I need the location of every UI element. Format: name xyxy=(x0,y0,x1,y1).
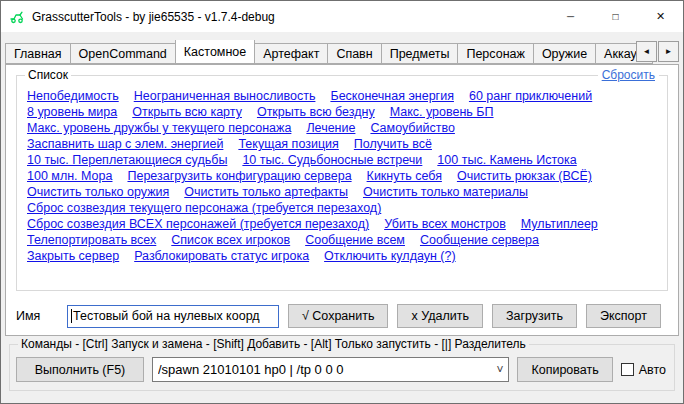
link-row: Сброс созвездия ВСЕХ персонажей (требует… xyxy=(27,215,657,231)
link-row: Очистить только оружияОчистить только ар… xyxy=(27,183,657,199)
list-link[interactable]: Очистить только материалы xyxy=(363,185,528,199)
tab-scroll-right-icon[interactable]: ► xyxy=(658,41,679,62)
link-row: 100 млн. МораПерезагрузить конфигурацию … xyxy=(27,167,657,183)
list-link[interactable]: Разблокировать статус игрока xyxy=(134,249,309,263)
list-link[interactable]: Открыть всю карту xyxy=(132,105,242,119)
export-button[interactable]: Экспорт xyxy=(586,304,661,328)
list-link[interactable]: 100 тыс. Камень Истока xyxy=(437,153,576,167)
name-label: Имя xyxy=(16,309,58,323)
tab-strip: ГлавнаяOpenCommandКастомноеАртефактСпавн… xyxy=(5,40,679,64)
list-link[interactable]: Заспавнить шар с элем. энергией xyxy=(27,137,223,151)
tab-спавн[interactable]: Спавн xyxy=(327,43,381,64)
window-title: GrasscutterTools - by jie65535 - v1.7.4-… xyxy=(32,10,275,24)
list-link[interactable]: Отключить кулдаун (?) xyxy=(324,249,456,263)
list-link[interactable]: Список всех игроков xyxy=(171,233,290,247)
name-row: Имя Тестовый бой на нулевых коорд √ Сохр… xyxy=(16,304,668,328)
list-link[interactable]: 10 тыс. Судьбоносные встречи xyxy=(242,153,422,167)
text-caret xyxy=(71,309,72,323)
list-group-title: Список xyxy=(25,68,71,82)
list-link[interactable]: Очистить только оружия xyxy=(27,185,169,199)
list-link[interactable]: 8 уровень мира xyxy=(27,105,117,119)
titlebar: GrasscutterTools - by jie65535 - v1.7.4-… xyxy=(1,1,683,32)
app-window: GrasscutterTools - by jie65535 - v1.7.4-… xyxy=(0,0,684,404)
list-link[interactable]: Убить всех монстров xyxy=(384,217,506,231)
reset-link[interactable]: Сбросить xyxy=(598,68,659,82)
tab-предметы[interactable]: Предметы xyxy=(381,43,459,64)
link-row: Сброс созвездия текущего персонажа (треб… xyxy=(27,199,657,215)
chevron-down-icon: ˅ xyxy=(496,363,503,377)
list-link[interactable]: Макс. уровень дружбы у текущего персонаж… xyxy=(27,121,291,135)
list-link[interactable]: Сообщение сервера xyxy=(420,233,539,247)
link-row: Телепортировать всехСписок всех игроковС… xyxy=(27,231,657,247)
list-link[interactable]: Сообщение всем xyxy=(305,233,405,247)
link-row: 10 тыс. Переплетающиеся судьбы10 тыс. Су… xyxy=(27,151,657,167)
name-input-value: Тестовый бой на нулевых коорд xyxy=(73,309,260,323)
list-link[interactable]: Текущая позиция xyxy=(238,137,338,151)
tab-scroll-buttons: ◄ ► xyxy=(636,41,679,62)
list-link[interactable]: Лечение xyxy=(306,121,355,135)
close-button[interactable]: ✕ xyxy=(638,1,683,32)
minimize-button[interactable]: ─ xyxy=(548,1,593,32)
link-row: Закрыть серверРазблокировать статус игро… xyxy=(27,247,657,263)
tab-opencommand[interactable]: OpenCommand xyxy=(70,43,176,64)
load-button[interactable]: Загрузить xyxy=(492,304,577,328)
list-link[interactable]: Неограниченная выносливость xyxy=(134,89,316,103)
tabs-container: ГлавнаяOpenCommandКастомноеАртефактСпавн… xyxy=(5,40,679,64)
list-link[interactable]: Мультиплеер xyxy=(521,217,598,231)
list-link[interactable]: Сброс созвездия текущего персонажа (треб… xyxy=(27,201,381,215)
copy-button[interactable]: Копировать xyxy=(517,357,612,382)
auto-checkbox[interactable] xyxy=(621,363,634,376)
link-row: НепобедимостьНеограниченная выносливость… xyxy=(27,87,657,103)
tab-page-custom: Список Сбросить НепобедимостьНеограничен… xyxy=(5,64,679,336)
list-link[interactable]: Получить всё xyxy=(354,137,432,151)
list-link[interactable]: Бесконечная энергия xyxy=(330,89,454,103)
auto-checkbox-group: Авто xyxy=(621,363,666,377)
tab-кастомное[interactable]: Кастомное xyxy=(175,40,255,64)
list-link[interactable]: Непобедимость xyxy=(27,89,119,103)
link-row: 8 уровень мираОткрыть всю картуОткрыть в… xyxy=(27,103,657,119)
list-link[interactable]: Кикнуть себя xyxy=(367,169,442,183)
link-row: Макс. уровень дружбы у текущего персонаж… xyxy=(27,119,657,135)
tab-главная[interactable]: Главная xyxy=(5,43,71,64)
window-controls: ─ □ ✕ xyxy=(548,1,683,32)
commands-groupbox: Команды - [Ctrl] Запуск и замена - [Shif… xyxy=(9,344,675,391)
list-link[interactable]: Очистить только артефакты xyxy=(184,185,348,199)
list-link[interactable]: Макс. уровень БП xyxy=(390,105,494,119)
list-link[interactable]: Самоубийство xyxy=(370,121,454,135)
tab-персонаж[interactable]: Персонаж xyxy=(457,43,533,64)
command-link-list: НепобедимостьНеограниченная выносливость… xyxy=(17,76,667,263)
list-link[interactable]: Очистить рюкзак (ВСЁ) xyxy=(457,169,592,183)
run-button[interactable]: Выполнить (F5) xyxy=(16,357,144,382)
list-link[interactable]: 10 тыс. Переплетающиеся судьбы xyxy=(27,153,227,167)
link-row: Заспавнить шар с элем. энергиейТекущая п… xyxy=(27,135,657,151)
list-link[interactable]: Перезагрузить конфигурацию сервера xyxy=(127,169,351,183)
delete-button[interactable]: x Удалить xyxy=(397,304,482,328)
command-combobox-value: /spawn 21010101 hp0 | /tp 0 0 0 xyxy=(158,362,492,377)
list-link[interactable]: 60 ранг приключений xyxy=(469,89,592,103)
app-icon xyxy=(9,9,25,25)
save-button[interactable]: √ Сохранить xyxy=(288,304,388,328)
auto-checkbox-label: Авто xyxy=(639,363,666,377)
tab-scroll-left-icon[interactable]: ◄ xyxy=(636,41,657,62)
list-link[interactable]: Сброс созвездия ВСЕХ персонажей (требует… xyxy=(27,217,369,231)
command-combobox[interactable]: /spawn 21010101 hp0 | /tp 0 0 0 ˅ xyxy=(152,357,509,382)
commands-group-title: Команды - [Ctrl] Запуск и замена - [Shif… xyxy=(18,337,529,351)
list-groupbox: Список Сбросить НепобедимостьНеограничен… xyxy=(16,75,668,291)
list-link[interactable]: Открыть всю бездну xyxy=(257,105,375,119)
maximize-button[interactable]: □ xyxy=(593,1,638,32)
tab-артефакт[interactable]: Артефакт xyxy=(254,43,328,64)
name-input[interactable]: Тестовый бой на нулевых коорд xyxy=(67,305,279,328)
tab-оружие[interactable]: Оружие xyxy=(533,43,596,64)
list-link[interactable]: 100 млн. Мора xyxy=(27,169,112,183)
list-link[interactable]: Закрыть сервер xyxy=(27,249,119,263)
list-link[interactable]: Телепортировать всех xyxy=(27,233,156,247)
